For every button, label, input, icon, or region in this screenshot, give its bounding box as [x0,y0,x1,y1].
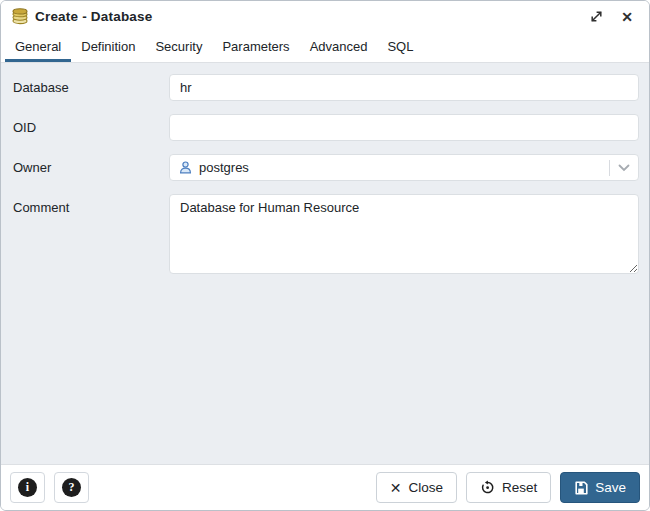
tab-definition[interactable]: Definition [71,32,145,62]
create-database-dialog: Create - Database ✕ General Definition S… [0,0,650,511]
help-button[interactable]: ? [54,472,89,503]
info-icon: i [18,478,37,497]
database-field-label: Database [11,74,169,95]
database-icon [11,8,29,25]
comment-field-row: Comment Database for Human Resource [11,194,639,278]
reset-button-label: Reset [502,480,537,495]
tab-sql[interactable]: SQL [377,32,423,62]
close-x-icon: ✕ [390,481,402,495]
oid-field-row: OID [11,114,639,141]
oid-field-label: OID [11,114,169,135]
reset-button[interactable]: Reset [466,472,551,503]
general-tab-panel: Database OID Owner [1,63,649,464]
close-window-button[interactable]: ✕ [619,8,635,26]
owner-field-row: Owner postgres [11,154,639,181]
maximize-button[interactable] [588,8,605,25]
chevron-down-icon[interactable] [618,164,630,172]
select-separator [609,160,610,176]
dialog-footer: i ? ✕ Close Reset [1,464,649,510]
user-icon [178,160,193,175]
owner-field-label: Owner [11,154,169,175]
info-button[interactable]: i [10,472,45,503]
tab-parameters[interactable]: Parameters [212,32,299,62]
owner-selected-value: postgres [199,160,249,175]
maximize-icon [590,10,603,23]
help-icon: ? [62,478,81,497]
save-button[interactable]: Save [560,472,640,503]
oid-input[interactable] [169,114,639,141]
dialog-tabbar: General Definition Security Parameters A… [1,32,649,63]
comment-textarea[interactable]: Database for Human Resource [169,194,639,274]
owner-select[interactable]: postgres [169,154,639,181]
tab-advanced[interactable]: Advanced [300,32,378,62]
tab-general[interactable]: General [5,32,71,62]
dialog-titlebar: Create - Database ✕ [1,1,649,32]
reset-icon [480,480,495,495]
close-button-label: Close [408,480,443,495]
save-button-label: Save [595,480,626,495]
comment-field-label: Comment [11,194,169,215]
dialog-title: Create - Database [35,9,152,24]
save-icon [574,481,588,495]
close-icon: ✕ [621,10,633,24]
database-name-input[interactable] [169,74,639,101]
database-field-row: Database [11,74,639,101]
tab-security[interactable]: Security [145,32,212,62]
close-button[interactable]: ✕ Close [376,472,457,503]
